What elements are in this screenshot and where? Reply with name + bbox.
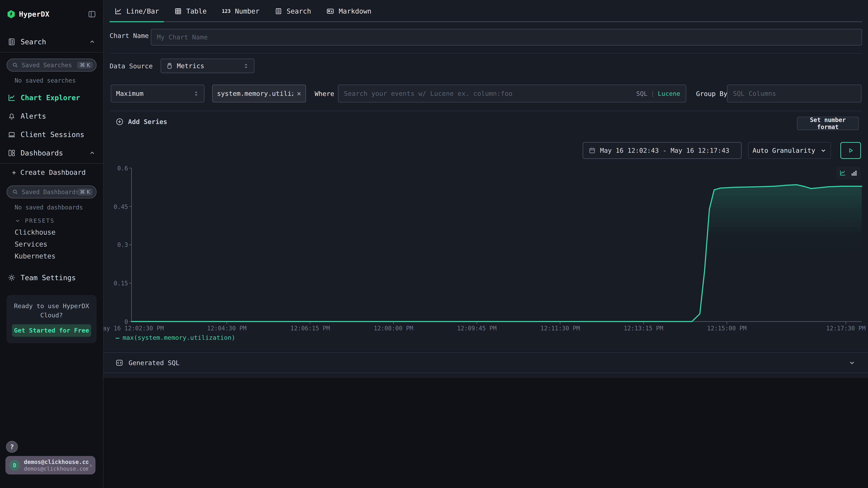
sidebar-item-label: Alerts — [21, 112, 46, 120]
create-dashboard-button[interactable]: + Create Dashboard — [0, 165, 103, 180]
sidebar-item-chart-explorer[interactable]: Chart Explorer — [0, 88, 103, 107]
divider — [110, 53, 862, 54]
chart-name-label: Chart Name — [110, 32, 149, 39]
x-axis-tick: May 16 12:02:30 PM — [99, 325, 164, 332]
tab-label: Table — [186, 7, 207, 15]
sidebar-item-client-sessions[interactable]: Client Sessions — [0, 125, 103, 144]
generated-sql-label: Generated SQL — [129, 359, 180, 366]
aggregation-value: Maximum — [116, 90, 144, 97]
markdown-icon — [326, 7, 334, 15]
add-series-label: Add Series — [128, 118, 167, 125]
laptop-icon — [8, 130, 16, 139]
sidebar-search-label: Search — [21, 38, 46, 46]
sidebar-item-team-settings[interactable]: Team Settings — [0, 268, 103, 287]
sidebar-collapse-icon[interactable] — [88, 10, 96, 18]
tab-markdown[interactable]: Markdown — [326, 0, 371, 22]
gear-icon — [8, 274, 16, 282]
timeseries-chart[interactable] — [131, 163, 862, 328]
query-language-toggle: SQL | Lucene — [636, 90, 680, 97]
sidebar-item-label: Team Settings — [21, 274, 76, 282]
sidebar-section-search[interactable]: Search — [0, 33, 103, 51]
where-search-input[interactable] — [344, 90, 636, 97]
bell-icon — [8, 112, 16, 120]
run-query-button[interactable] — [840, 142, 861, 159]
play-icon — [847, 147, 854, 154]
aggregation-select[interactable]: Maximum — [111, 85, 205, 102]
sidebar-divider — [0, 163, 103, 164]
tab-label: Markdown — [339, 7, 371, 15]
sql-toggle[interactable]: SQL — [636, 90, 647, 97]
chevron-up-icon — [89, 38, 95, 45]
metric-field-name: system.memory.utilization — [217, 90, 293, 97]
logo-row: HyperDX — [0, 0, 103, 28]
legend-label: max(system.memory.utilization) — [123, 334, 235, 341]
help-button[interactable]: ? — [6, 441, 18, 453]
add-series-button[interactable]: Add Series — [116, 118, 167, 126]
shortcut-badge: ⌘ K — [77, 189, 93, 196]
cloud-promo-card: Ready to use HyperDX Cloud? Get Started … — [6, 295, 97, 343]
generated-sql-row[interactable]: Generated SQL — [104, 352, 868, 373]
saved-searches-placeholder: Saved Searches — [22, 62, 77, 69]
tab-label: Number — [235, 7, 259, 15]
legend-marker: — — [116, 334, 119, 341]
select-updown-icon — [193, 90, 199, 97]
tab-table[interactable]: Table — [174, 0, 207, 22]
x-axis-tick: 12:04:30 PM — [207, 325, 247, 332]
preset-item-kubernetes[interactable]: Kubernetes — [14, 252, 103, 260]
data-source-select[interactable]: Metrics — [161, 59, 254, 73]
date-range-picker[interactable]: May 16 12:02:43 - May 16 12:17:43 — [583, 142, 742, 159]
x-axis-tick: 12:08:00 PM — [374, 325, 413, 332]
database-icon — [166, 62, 173, 69]
app-window: HyperDX Search Saved Searches ⌘ K No sav… — [0, 0, 868, 488]
sidebar: HyperDX Search Saved Searches ⌘ K No sav… — [0, 0, 104, 488]
x-axis-tick: 12:17:30 PM — [826, 325, 866, 332]
presets-label: PRESETS — [25, 218, 55, 224]
no-saved-searches-text: No saved searches — [14, 77, 103, 84]
chevron-down-icon — [820, 147, 827, 154]
where-label: Where — [315, 90, 334, 97]
group-by-label: Group By — [696, 90, 727, 97]
code-icon — [116, 359, 123, 366]
tab-number[interactable]: 123 Number — [222, 0, 259, 22]
calendar-icon — [589, 147, 596, 154]
saved-dashboards-input[interactable]: Saved Dashboards ⌘ K — [6, 186, 97, 198]
lucene-toggle[interactable]: Lucene — [658, 90, 680, 97]
group-by-input[interactable] — [727, 85, 862, 102]
cloud-promo-line1: Ready to use HyperDX — [12, 301, 91, 311]
x-axis-ticks: May 16 12:02:30 PM12:04:30 PM12:06:15 PM… — [131, 325, 862, 332]
granularity-select[interactable]: Auto Granularity — [748, 142, 831, 159]
get-started-button[interactable]: Get Started for Free — [12, 324, 91, 337]
table-icon — [174, 7, 182, 15]
circle-plus-icon — [116, 118, 124, 126]
tab-search[interactable]: Search — [275, 0, 311, 22]
tab-line-bar[interactable]: Line/Bar — [115, 0, 159, 22]
tab-label: Search — [287, 7, 311, 15]
saved-searches-input[interactable]: Saved Searches ⌘ K — [6, 59, 97, 72]
divider — [110, 110, 862, 111]
sidebar-item-alerts[interactable]: Alerts — [0, 107, 103, 125]
tabbar-underline — [110, 21, 862, 22]
chevron-up-icon — [89, 150, 95, 156]
remove-tag-icon[interactable]: × — [297, 90, 301, 98]
x-axis-tick: 12:13:15 PM — [624, 325, 663, 332]
set-number-format-button[interactable]: Set number format — [797, 117, 859, 130]
x-axis-tick: 12:15:00 PM — [707, 325, 747, 332]
granularity-value: Auto Granularity — [753, 147, 815, 154]
no-saved-dashboards-text: No saved dashboards — [14, 204, 103, 211]
select-updown-icon — [243, 63, 249, 69]
chevron-right-icon: › — [89, 461, 92, 469]
chart-name-input[interactable] — [151, 29, 862, 45]
preset-item-services[interactable]: Services — [14, 240, 103, 248]
presets-header[interactable]: PRESETS — [14, 218, 103, 224]
sidebar-item-label: Chart Explorer — [21, 94, 80, 102]
line-chart-icon — [115, 7, 122, 15]
chart-legend: — max(system.memory.utilization) — [116, 334, 235, 341]
number-123-icon: 123 — [222, 8, 231, 14]
metric-field-tag[interactable]: system.memory.utilization × — [212, 85, 306, 102]
chart-type-tabbar: Line/Bar Table 123 Number Search — [104, 0, 868, 22]
user-account-card[interactable]: D demos@clickhouse.com demos@clickhouse.… — [5, 456, 95, 475]
main-content: Line/Bar Table 123 Number Search — [104, 0, 868, 488]
sidebar-item-dashboards[interactable]: Dashboards — [0, 144, 103, 162]
preset-item-clickhouse[interactable]: Clickhouse — [14, 228, 103, 236]
cloud-promo-line2: Cloud? — [12, 311, 91, 320]
